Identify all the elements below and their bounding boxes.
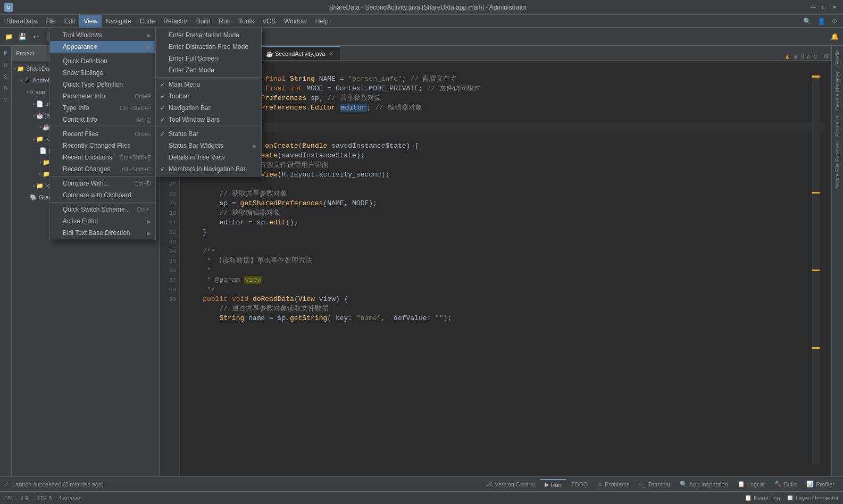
menu-tool-window-bars[interactable]: ✓ Tool Window Bars [156,114,261,125]
menu-window[interactable]: Window [280,15,311,28]
menu-edit[interactable]: Edit [60,15,80,28]
resource-manager-icon[interactable]: R [1,60,11,70]
device-file-explorer-label[interactable]: Device File Explorer [833,140,841,191]
close-button[interactable]: ✕ [830,3,839,12]
device-manager-label[interactable]: Device Manager [833,69,841,112]
logcat-tab[interactable]: 📋 Logcat [733,480,769,489]
menu-context-info[interactable]: Context Info Alt+Q [50,114,155,125]
menu-recently-changed[interactable]: Recently Changed Files [50,140,155,152]
build-variants-icon[interactable]: V [1,95,11,105]
menu-file[interactable]: File [41,15,60,28]
profiler-label: Profiler [816,481,834,488]
gradle-panel-label[interactable]: Gradle [833,48,841,68]
menu-appearance[interactable]: Appearance ▶ [50,41,155,53]
toolbar-label: Toolbar [169,93,189,100]
editor-settings-icon[interactable]: ⚙ [821,53,831,60]
status-position[interactable]: 18:1 [4,495,15,501]
app-inspection-icon: 🔍 [680,481,687,488]
menu-quick-switch[interactable]: Quick Switch Scheme... Ctrl+` [50,204,155,215]
status-bar-check: ✓ [160,131,168,138]
bookmarks-icon[interactable]: B [1,83,11,94]
menu-status-bar[interactable]: ✓ Status Bar [156,128,261,140]
structure-icon[interactable]: S [1,71,11,82]
maximize-button[interactable]: □ [820,3,828,12]
minimize-button[interactable]: — [809,3,817,12]
status-encoding[interactable]: UTF-8 [35,495,52,501]
bidi-text-arrow: ▶ [147,230,151,236]
quick-type-label: Quick Type Definition [63,81,123,88]
logcat-label: Logcat [747,481,765,488]
menu-main-menu[interactable]: ✓ Main Menu [156,79,261,90]
run-tab[interactable]: ▶ Run [540,479,566,489]
tab-second-activity[interactable]: ☕ SecondActivity.java ✕ [260,46,340,60]
project-icon[interactable]: P [1,48,11,58]
search-icon[interactable]: 🔍 [800,18,814,25]
warning-badge[interactable]: ▲▲ 8 ∧∨ [781,53,821,60]
menu-type-info[interactable]: Type Info Ctrl+Shift+P [50,102,155,114]
event-log-item[interactable]: 📋 Event Log [745,494,780,501]
members-nav-bar-check: ✓ [160,166,168,173]
warning-marker-4 [812,347,820,349]
menu-navigation-bar[interactable]: ✓ Navigation Bar [156,102,261,114]
menu-members-nav-bar[interactable]: ✓ Members in Navigation Bar [156,163,261,175]
todo-tab[interactable]: TODO [567,480,592,489]
menu-vcs[interactable]: VCS [258,15,280,28]
menu-bidi-text[interactable]: Bidi Text Base Direction ▶ [50,227,155,239]
menu-compare-with[interactable]: Compare With... Ctrl+D [50,178,155,189]
warning-marker [812,75,820,78]
event-log-label: Event Log [754,495,780,501]
menu-tools[interactable]: Tools [235,15,258,28]
menu-view[interactable]: View [79,15,102,28]
menu-build[interactable]: Build [192,15,215,28]
status-line-sep[interactable]: LF [22,495,29,501]
version-control-tab[interactable]: ⎇ Version Control [481,480,539,489]
menu-refactor[interactable]: Refactor [159,15,191,28]
menu-sharedata[interactable]: ShareData [2,15,41,28]
menu-status-bar-widgets[interactable]: Status Bar Widgets ▶ [156,140,261,152]
terminal-tab[interactable]: >_ Terminal [635,480,674,489]
menu-details-tree[interactable]: Details in Tree View [156,152,261,163]
menu-distraction-free[interactable]: Enter Distraction Free Mode [156,41,261,53]
problems-tab[interactable]: ⚠ Problems [593,480,633,489]
profiler-tab[interactable]: 📊 Profiler [802,480,839,489]
notifications-btn[interactable]: 🔔 [828,30,841,43]
profile-icon[interactable]: 👤 [814,18,829,25]
tab-close-activity[interactable]: ✕ [329,51,333,57]
build-tab[interactable]: 🔨 Build [770,480,801,489]
menu-recent-locations[interactable]: Recent Locations Ctrl+Shift+E [50,152,155,163]
menu-show-siblings[interactable]: Show Siblings [50,67,155,79]
status-bar-widgets-label: Status Bar Widgets [169,142,223,149]
menu-quick-definition[interactable]: Quick Definition [50,55,155,67]
menu-recent-files[interactable]: Recent Files Ctrl+E [50,128,155,140]
menu-full-screen[interactable]: Enter Full Screen [156,53,261,64]
menu-presentation-mode[interactable]: Enter Presentation Mode [156,29,261,41]
tool-windows-label: Tool Windows [63,31,102,39]
menu-compare-clipboard[interactable]: Compare with Clipboard [50,189,155,201]
menu-run[interactable]: Run [214,15,235,28]
show-siblings-label: Show Siblings [63,69,103,77]
code-content[interactable]: private static final String NAME = "pers… [180,61,831,476]
menu-toolbar[interactable]: ✓ Toolbar [156,90,261,102]
menu-help[interactable]: Help [311,15,333,28]
menu-recent-changes[interactable]: Recent Changes Alt+Shift+C [50,163,155,175]
menu-parameter-info[interactable]: Parameter Info Ctrl+P [50,90,155,102]
line-sep-text: LF [22,495,29,501]
emulator-label[interactable]: Emulator [833,113,841,139]
menu-zen-mode[interactable]: Enter Zen Mode [156,64,261,76]
menu-code[interactable]: Code [136,15,160,28]
menu-active-editor[interactable]: Active Editor ▶ [50,215,155,227]
menu-tool-windows[interactable]: Tool Windows ▶ [50,29,155,41]
menu-quick-type-def[interactable]: Quick Type Definition [50,79,155,90]
tree-label: app [35,89,45,95]
open-file-btn[interactable]: 📁 [2,30,15,43]
context-info-label: Context Info [63,116,97,123]
app-inspection-tab[interactable]: 🔍 App Inspection [675,480,732,489]
title-bar: IJ ShareData - SecondActivity.java [Shar… [0,0,843,15]
undo-btn[interactable]: ↩ [30,30,43,43]
settings-icon[interactable]: ⚙ [829,18,841,25]
right-sidebar: Gradle Device Manager Emulator Device Fi… [831,46,843,476]
status-indent[interactable]: 4 spaces [58,495,81,501]
layout-inspector-item[interactable]: 🔲 Layout Inspector [787,494,839,501]
save-btn[interactable]: 💾 [16,30,29,43]
menu-navigate[interactable]: Navigate [102,15,135,28]
